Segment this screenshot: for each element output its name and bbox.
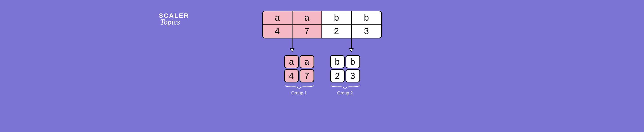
table-key-cell: a (292, 11, 322, 25)
brand-logo: SCALER Topics (159, 12, 189, 26)
table-key-cell: b (352, 11, 381, 25)
group-cell: a (284, 55, 299, 68)
table-key-cell: a (263, 11, 292, 25)
group-cell: 7 (300, 69, 314, 82)
group-cell: b (346, 55, 360, 68)
table-value-cell: 2 (322, 25, 352, 38)
table-key-cell: b (322, 11, 352, 25)
group-table: b b 2 3 (330, 55, 360, 82)
group-cell: 4 (284, 69, 299, 82)
brace-icon (330, 85, 360, 89)
arrow-down-icon (292, 38, 292, 52)
brace-icon (284, 85, 314, 89)
group-label: Group 2 (337, 91, 352, 95)
group-label: Group 1 (291, 91, 307, 95)
group-2: b b 2 3 Group 2 (330, 55, 360, 95)
result-groups: a a 4 7 Group 1 b b 2 3 Group 2 (262, 55, 382, 95)
arrow-down-icon (351, 38, 352, 52)
group-table: a a 4 7 (284, 55, 314, 82)
split-arrows (262, 38, 382, 56)
table-value-cell: 3 (352, 25, 381, 38)
table-value-cell: 4 (263, 25, 292, 38)
group-cell: 2 (330, 69, 345, 82)
groupby-diagram: a a b b 4 7 2 3 a a 4 7 Group 1 b (262, 11, 382, 95)
source-table: a a b b 4 7 2 3 (262, 11, 382, 38)
group-cell: 3 (346, 69, 360, 82)
group-cell: b (330, 55, 345, 68)
table-value-cell: 7 (292, 25, 322, 38)
group-cell: a (300, 55, 314, 68)
group-1: a a 4 7 Group 1 (284, 55, 314, 95)
